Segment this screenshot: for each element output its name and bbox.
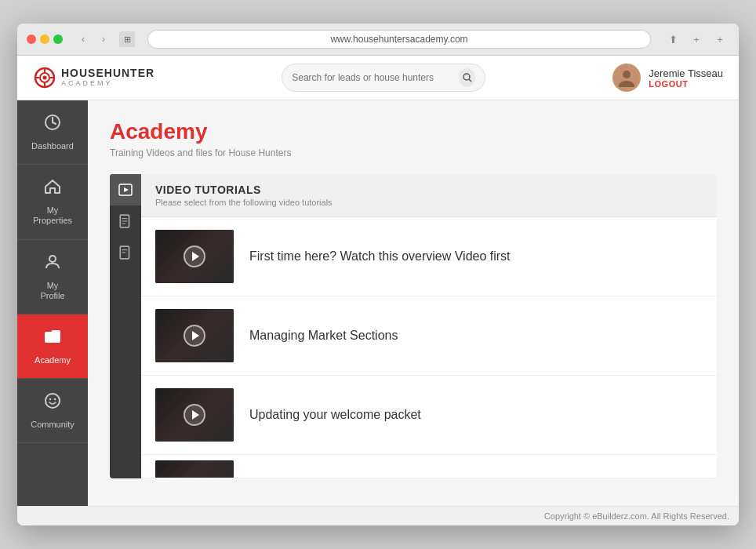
sidebar-item-academy[interactable]: Academy [17,314,88,379]
svg-point-10 [623,71,631,78]
browser-window: ‹ › ⊞ www.househuntersacademy.com ⬆ + + [17,24,739,525]
share-button[interactable]: ⬆ [663,31,682,47]
logo: HOUSEHUNTER ACADEMY [33,66,154,89]
user-name: Jeremie Tisseau [649,67,723,79]
play-button-2[interactable] [184,325,205,347]
svg-marker-19 [124,187,129,192]
svg-point-2 [43,76,47,80]
app-header: HOUSEHUNTER ACADEMY [17,56,739,100]
video-thumbnail-1 [155,230,234,283]
tab-video-tutorials[interactable] [110,174,141,205]
app-body: Dashboard MyProperties [17,100,739,506]
logout-link[interactable]: LOGOUT [649,79,723,89]
video-list: First time here? Watch this overview Vid… [141,217,717,478]
tutorials-body: VIDEO TUTORIALS Please select from the f… [141,174,717,478]
browser-chrome: ‹ › ⊞ www.househuntersacademy.com ⬆ + + [17,24,739,56]
sidebar-item-dashboard[interactable]: Dashboard [17,100,88,165]
search-bar[interactable] [282,64,485,92]
play-button-3[interactable] [184,404,205,426]
nav-arrows: ‹ › [74,31,113,47]
svg-point-14 [49,256,56,262]
user-name-block: Jeremie Tisseau LOGOUT [649,67,723,89]
clock-icon [43,113,62,136]
play-button-1[interactable] [184,245,205,267]
person-icon [43,253,62,276]
tab-icon: ⊞ [119,31,135,47]
browser-content: HOUSEHUNTER ACADEMY [17,56,739,525]
play-icon [118,183,133,197]
bookmark-button[interactable]: + [687,31,706,47]
sidebar-item-my-profile[interactable]: MyProfile [17,240,88,314]
avatar-image [614,65,639,90]
video-item[interactable] [141,455,717,478]
sidebar-item-my-properties-label: MyProperties [33,205,72,226]
search-icon [463,73,472,82]
url-text: www.househuntersacademy.com [330,34,467,45]
folder-icon [43,327,62,351]
svg-line-13 [53,122,56,124]
sidebar-item-academy-label: Academy [35,355,71,365]
video-item[interactable]: First time here? Watch this overview Vid… [141,217,717,296]
close-button[interactable] [27,35,36,44]
sidebar-item-my-profile-label: MyProfile [40,281,64,301]
sidebar-item-community[interactable]: Community [17,379,88,443]
forward-button[interactable]: › [94,31,113,47]
tutorials-desc: Please select from the following video t… [155,198,703,207]
tutorials-layout: VIDEO TUTORIALS Please select from the f… [110,174,717,478]
video-title-3: Updating your welcome packet [249,406,421,424]
new-tab-button[interactable]: + [711,31,729,47]
sidebar-item-my-properties[interactable]: MyProperties [17,165,88,239]
logo-icon [33,66,56,89]
minimize-button[interactable] [40,35,49,44]
traffic-lights [27,35,63,44]
file-icon [118,245,133,260]
user-info: Jeremie Tisseau LOGOUT [612,64,723,92]
maximize-button[interactable] [53,35,63,44]
tutorials-panel: VIDEO TUTORIALS Please select from the f… [110,174,717,478]
address-bar[interactable]: www.househuntersacademy.com [147,30,651,49]
footer-text: Copyright © eBuilderz.com. All Rights Re… [544,511,729,521]
document-icon [118,214,133,228]
smiley-icon [43,391,62,415]
svg-point-16 [49,398,51,400]
video-thumbnail-4 [155,460,234,479]
tutorials-title: VIDEO TUTORIALS [155,184,703,196]
footer: Copyright © eBuilderz.com. All Rights Re… [17,506,739,525]
tab-sidebar [110,174,141,478]
sidebar-item-community-label: Community [31,420,75,430]
search-button[interactable] [459,68,475,87]
svg-point-15 [45,394,60,408]
video-item[interactable]: Managing Market Sections [141,296,717,376]
home-icon [43,177,62,201]
video-thumbnail-3 [155,388,234,442]
avatar [612,64,641,92]
video-item[interactable]: Updating your welcome packet [141,376,717,455]
svg-line-8 [469,79,471,82]
search-input[interactable] [292,72,453,83]
video-thumbnail-2 [155,309,234,362]
main-content: Academy Training Videos and files for Ho… [88,100,739,506]
video-title-1: First time here? Watch this overview Vid… [249,248,511,265]
browser-actions: ⬆ + + [663,31,729,47]
logo-text: HOUSEHUNTER ACADEMY [61,67,154,87]
sidebar: Dashboard MyProperties [17,100,88,506]
sidebar-item-dashboard-label: Dashboard [31,141,74,151]
back-button[interactable]: ‹ [74,31,93,47]
page-subtitle: Training Videos and files for House Hunt… [110,147,717,158]
page-title: Academy [110,119,717,144]
video-title-2: Managing Market Sections [249,327,398,344]
svg-point-17 [54,398,56,400]
tutorials-header: VIDEO TUTORIALS Please select from the f… [141,174,717,217]
tab-files[interactable] [110,237,141,268]
svg-point-7 [463,74,470,80]
tab-docs[interactable] [110,205,141,237]
